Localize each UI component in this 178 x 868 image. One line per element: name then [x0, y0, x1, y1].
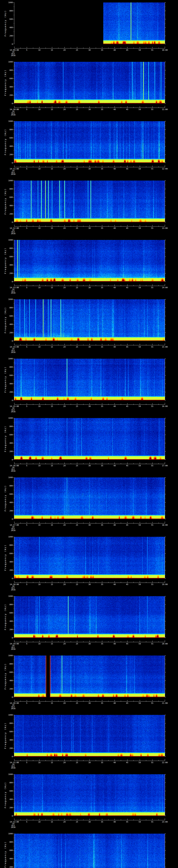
axis-tick: [146, 107, 146, 107]
axis-tick: [96, 107, 96, 107]
axis-tick: [165, 549, 165, 550]
axis-tick: [134, 523, 134, 523]
y-axis-tick-label: 1000: [0, 773, 13, 775]
y-axis-tick-label: 1000: [0, 2, 13, 3]
axis-tick: [14, 379, 14, 380]
x-axis-tick-label: 40: [111, 405, 118, 407]
x-axis-tick-label: 15: [49, 524, 55, 526]
x-axis-end-time-label: 17:00: [159, 465, 170, 467]
spectrogram-canvas: [14, 181, 165, 222]
date-year-label: 2016: [5, 114, 21, 116]
axis-tick: [14, 150, 14, 151]
date-year-label: 2016: [5, 826, 21, 828]
y-axis-tick-label: 1000: [0, 595, 13, 597]
y-axis-tick-label: 1000: [0, 61, 13, 63]
axis-tick: [13, 95, 14, 95]
axis-tick: [13, 621, 14, 621]
axis-tick: [96, 166, 96, 167]
axis-tick: [14, 846, 14, 846]
axis-tick: [158, 166, 159, 167]
y-axis-tick-label: 0: [0, 756, 13, 757]
x-axis-tick-label: 35: [98, 49, 106, 51]
x-axis-tick-label: 50: [136, 227, 143, 229]
axis-tick: [14, 320, 14, 320]
axis-tick: [96, 48, 96, 48]
axis-tick: [165, 367, 166, 367]
axis-tick: [83, 760, 84, 761]
x-axis-tick-label: 5: [23, 287, 30, 288]
spectrogram-panel: Frequency (Hz) 14:09:00 10:00 19 Oct 201…: [0, 2, 178, 62]
x-axis-end-time-label: 22:00: [159, 762, 170, 764]
axis-tick: [13, 324, 14, 324]
axis-tick: [134, 166, 134, 167]
y-axis-tick-label: 0: [0, 518, 13, 520]
axis-tick: [14, 23, 14, 24]
y-axis-tick-label: 0: [0, 162, 13, 164]
x-axis-tick-label: 45: [124, 821, 131, 823]
axis-tick: [27, 641, 27, 642]
x-axis-tick-label: 25: [73, 108, 81, 111]
spectrogram-canvas: [14, 774, 165, 816]
axis-tick: [14, 541, 14, 541]
axis-tick: [165, 150, 165, 151]
x-axis-end-time-label: 16:00: [159, 405, 170, 407]
axis-tick: [13, 44, 14, 44]
x-axis-tick-label: 15: [49, 702, 55, 704]
axis-tick: [165, 320, 165, 320]
axis-tick: [46, 701, 46, 701]
x-axis-tick-label: 5: [23, 643, 30, 645]
axis-tick: [165, 732, 166, 732]
axis-tick: [14, 337, 14, 337]
x-axis-tick-label: 15: [49, 821, 55, 823]
axis-tick: [13, 553, 14, 554]
x-axis-tick-label: 20: [61, 49, 68, 51]
axis-tick: [121, 226, 121, 226]
frequency-axis-label: Frequency (Hz): [4, 604, 7, 630]
y-axis-tick-label: 200: [0, 866, 13, 868]
spectrogram-panel: Frequency (Hz) 14:10:00 11:00 19 Oct 201…: [0, 62, 178, 121]
axis-tick: [77, 344, 77, 345]
axis-tick: [165, 838, 165, 838]
axis-tick: [13, 281, 14, 282]
axis-tick: [83, 523, 84, 523]
x-axis-tick-label: 45: [124, 524, 131, 526]
axis-tick: [165, 617, 165, 617]
axis-tick: [96, 344, 96, 345]
axis-tick: [77, 166, 77, 167]
axis-tick: [165, 655, 166, 656]
x-axis-tick-label: 50: [136, 346, 143, 348]
frequency-axis-label: Frequency (Hz): [4, 485, 7, 512]
x-axis-tick-label: 50: [136, 465, 143, 467]
x-axis-tick-label: 45: [124, 643, 131, 645]
frequency-axis-label: Frequency (Hz): [4, 841, 7, 868]
axis-tick: [108, 404, 109, 404]
x-axis-tick-label: 40: [111, 346, 118, 348]
axis-tick: [134, 404, 134, 404]
axis-tick: [165, 609, 165, 609]
x-axis-tick-label: 50: [136, 287, 143, 288]
axis-tick: [165, 723, 166, 723]
axis-tick: [14, 165, 14, 167]
axis-tick: [14, 522, 14, 523]
axis-tick: [165, 506, 165, 507]
x-axis-tick-label: 35: [98, 108, 106, 111]
x-axis-tick-label: 20: [61, 702, 68, 704]
x-axis-tick-label: 30: [86, 821, 93, 823]
y-axis-tick-label: 1000: [0, 417, 13, 419]
axis-tick: [14, 225, 14, 226]
axis-tick: [14, 838, 14, 838]
x-axis-tick-label: 25: [73, 405, 81, 407]
axis-tick: [14, 218, 14, 218]
y-axis-tick-label: 800: [0, 69, 13, 71]
axis-tick: [14, 106, 14, 107]
y-axis-tick-label: 1000: [0, 299, 13, 300]
frequency-axis-label: Frequency (Hz): [4, 307, 7, 333]
y-axis-tick-label: 600: [0, 374, 13, 376]
axis-tick: [158, 819, 159, 820]
axis-tick: [77, 819, 77, 820]
spectrogram-panel: Frequency (Hz) 14:15:00 16:00 19 Oct 201…: [0, 359, 178, 418]
spectrogram-canvas: [14, 62, 165, 103]
x-axis-tick-label: 10: [36, 584, 43, 585]
axis-tick: [13, 256, 14, 257]
x-axis-tick-label: 25: [73, 643, 81, 645]
